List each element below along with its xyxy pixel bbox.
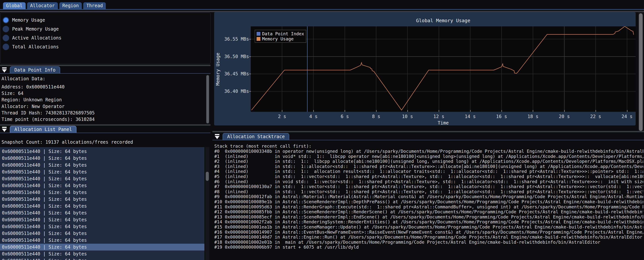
radio-circle-icon[interactable] xyxy=(3,35,9,41)
list-item[interactable]: 0x60000511e440 | Size: 64 bytes xyxy=(0,155,204,162)
y-tick-label: 36.40 MBs xyxy=(217,89,249,94)
radio-circle-icon[interactable] xyxy=(3,44,9,50)
radio-label: Peak Memory Usage xyxy=(12,26,59,32)
list-item[interactable]: 0x60000511e440 | Size: 64 bytes xyxy=(0,196,204,203)
radio-total-allocations[interactable]: Total Allocations xyxy=(3,44,59,50)
legend-entry[interactable]: Data Point Index xyxy=(256,31,304,36)
splitter-allocation-list[interactable] xyxy=(0,124,210,126)
list-item[interactable]: 0x60000511e440 | Size: 64 bytes xyxy=(0,216,204,223)
allocation-list-scroll-thumb[interactable] xyxy=(206,172,209,181)
legend-swatch-icon xyxy=(256,37,260,41)
legend-entry[interactable]: Memory Usage xyxy=(256,36,304,41)
x-tick-mark xyxy=(502,110,502,112)
list-item[interactable]: 0x60000511e440 | Size: 64 bytes xyxy=(0,209,204,216)
tab-bar-underline xyxy=(0,9,644,10)
chevron-down-icon xyxy=(2,129,7,132)
x-tick-label: 14 s xyxy=(459,114,482,119)
stack-frame: #4 (inlined) in std::__1::__allocation_r… xyxy=(214,169,643,174)
data-point-info-scroll-thumb[interactable] xyxy=(206,75,209,123)
x-tick-mark xyxy=(439,110,439,112)
list-item[interactable]: 0x60000511e440 | Size: 64 bytes xyxy=(0,148,204,155)
tab-data-point-info[interactable]: Data Point Info xyxy=(10,66,60,73)
list-item[interactable]: 0x60000511e440 | Size: 64 bytes xyxy=(0,230,204,237)
list-item[interactable]: 0x60000511e440 | Size: 64 bytes xyxy=(0,162,204,168)
plot-canvas[interactable] xyxy=(251,26,636,112)
stack-frame: #8 (inlined) in std::__1::vector<std::__… xyxy=(214,189,643,194)
dock-splitter-top[interactable] xyxy=(0,11,644,12)
radio-label: Memory Usage xyxy=(12,18,45,23)
memory-profiler-window: GlobalAllocatorRegionThread Memory Usage… xyxy=(0,0,644,260)
y-tick-label: 36.45 MBs xyxy=(217,71,249,77)
allocation-list-scrollbar[interactable] xyxy=(205,147,209,260)
tab-thread[interactable]: Thread xyxy=(83,2,106,9)
tab-bar: GlobalAllocatorRegionThread xyxy=(3,2,106,9)
collapse-all-icon[interactable] xyxy=(214,133,221,140)
splitter-data-point-info[interactable] xyxy=(0,65,210,66)
chart-legend[interactable]: Data Point IndexMemory Usage xyxy=(255,30,306,43)
radio-circle-icon[interactable] xyxy=(3,17,9,23)
stack-frame: #10 0x0000000100089e1b in Astral::SceneR… xyxy=(214,199,643,204)
tab-allocator[interactable]: Allocator xyxy=(27,2,58,9)
info-line: Allocation Data: xyxy=(2,76,45,81)
memory-usage-line-chart xyxy=(251,26,636,112)
x-tick-label: 8 s xyxy=(365,114,388,119)
radio-active-allocations[interactable]: Active Allocations xyxy=(3,35,62,41)
stack-frame: #5 (inlined) in std::__1::vector<std::__… xyxy=(214,174,643,179)
list-item[interactable]: 0x60000511e440 | Size: 64 bytes xyxy=(0,244,204,250)
tab-global[interactable]: Global xyxy=(3,2,26,9)
radio-label: Active Allocations xyxy=(12,35,62,41)
global-memory-usage-panel: Global Memory Usage Memory Usage Time Da… xyxy=(214,12,636,125)
splitter-stacktrace[interactable] xyxy=(212,131,644,132)
radio-peak-memory-usage[interactable]: Peak Memory Usage xyxy=(3,26,59,33)
list-item[interactable]: 0x60000511e440 | Size: 64 bytes xyxy=(0,223,204,230)
stack-frame: #13 0x0000000100085ecf in Astral::SceneR… xyxy=(214,214,643,219)
list-item[interactable]: 0x60000511e440 | Size: 64 bytes xyxy=(0,175,204,182)
list-item[interactable]: 0x60000511e440 | Size: 64 bytes xyxy=(0,189,204,196)
chart-window-scrollbar[interactable] xyxy=(638,12,643,132)
stack-frame: #15 0x000000010001ea1b in Astral::SceneM… xyxy=(214,224,643,229)
tab-region[interactable]: Region xyxy=(59,2,82,9)
collapse-all-icon[interactable] xyxy=(1,67,8,74)
chart-window-scroll-thumb[interactable] xyxy=(639,13,643,131)
radio-circle-icon[interactable] xyxy=(3,26,9,32)
x-tick-mark xyxy=(627,110,628,112)
list-item[interactable]: 0x60000511e440 | Size: 64 bytes xyxy=(0,168,204,175)
info-line: Size: 64 xyxy=(2,91,24,96)
info-line: Thread ID Hash: 743028137826897505 xyxy=(2,110,95,115)
x-tick-label: 16 s xyxy=(490,114,513,119)
tab-allocation-stacktrace[interactable]: Allocation Stacktrace xyxy=(223,133,289,140)
list-item[interactable]: 0x60000511e440 | Size: 64 bytes xyxy=(0,237,204,244)
list-item[interactable]: 0x60000511e440 | Size: 64 bytes xyxy=(0,182,204,189)
stack-frame: #9 0x0000000100012fab in Astral::Materia… xyxy=(214,194,643,199)
x-tick-mark xyxy=(376,110,376,112)
list-item[interactable]: 0x60000511e440 | Size: 64 bytes xyxy=(0,250,204,257)
collapse-all-icon[interactable] xyxy=(1,126,8,133)
collapse-bar-icon xyxy=(2,67,7,69)
x-tick-label: 2 s xyxy=(270,114,293,119)
stack-frame: #2 (inlined) in std::__1::__libcpp_alloc… xyxy=(214,159,643,164)
stack-frame: #6 (inlined) in void std::__1::vector<st… xyxy=(214,179,643,184)
y-tick-mark xyxy=(249,56,251,57)
list-item[interactable]: 0x60000511e440 | Size: 64 bytes xyxy=(0,257,204,260)
snapshot-count: Snapshot Count: 19137 allocations/frees … xyxy=(2,139,133,145)
y-tick-mark xyxy=(249,39,251,40)
chevron-down-icon xyxy=(215,136,220,139)
stack-frame: #0 0x000000010003348b in operator new(un… xyxy=(214,149,643,154)
x-tick-label: 18 s xyxy=(522,114,544,119)
radio-memory-usage[interactable]: Memory Usage xyxy=(3,17,45,24)
list-item[interactable]: 0x60000511e440 | Size: 64 bytes xyxy=(0,203,204,209)
collapse-bar-icon xyxy=(2,127,7,128)
x-tick-label: 22 s xyxy=(584,114,607,119)
chevron-down-icon xyxy=(2,69,7,73)
stack-frame: #3 (inlined) in std::__1::allocator<std:… xyxy=(214,164,643,169)
x-tick-mark xyxy=(596,110,596,112)
y-tick-label: 36.55 MBs xyxy=(217,37,249,42)
data-point-info-scrollbar[interactable] xyxy=(206,75,209,124)
x-tick-mark xyxy=(470,110,471,112)
x-tick-mark xyxy=(564,110,565,112)
stack-frame: #16 0x0000000100014907 in Astral::EventB… xyxy=(214,230,643,234)
x-tick-mark xyxy=(313,110,314,112)
tab-allocation-list-panel[interactable]: Allocation List Panel xyxy=(10,126,76,133)
legend-swatch-icon xyxy=(256,32,260,36)
x-tick-label: 10 s xyxy=(396,114,419,119)
